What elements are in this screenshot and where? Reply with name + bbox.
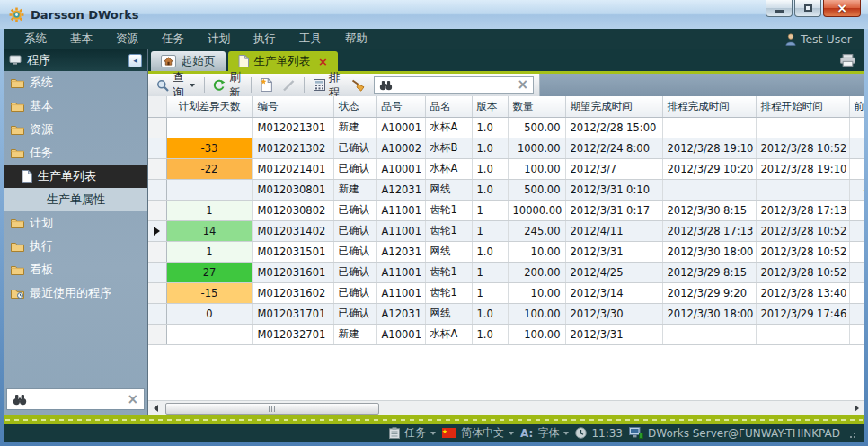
column-header-2[interactable]: 编号 — [252, 96, 333, 117]
cell-item-name[interactable]: 齿轮1 — [425, 262, 472, 282]
cell-order-no[interactable]: M012021301 — [252, 117, 333, 138]
cell-status[interactable]: 已确认 — [333, 220, 376, 241]
cell-item-name[interactable]: 齿轮1 — [425, 220, 472, 241]
user-badge[interactable]: Test User — [785, 32, 855, 46]
cell-status[interactable]: 已确认 — [333, 241, 376, 262]
cell-order-no[interactable]: M012030801 — [252, 179, 333, 200]
menu-item-7[interactable]: 工具 — [288, 29, 333, 49]
row-selector[interactable] — [148, 282, 166, 303]
edit-button-disabled[interactable] — [279, 78, 297, 93]
new-button[interactable] — [258, 77, 275, 93]
cell-status[interactable]: 已确认 — [333, 200, 376, 220]
cell-item-no[interactable]: A12031 — [376, 179, 425, 200]
cell-due-time[interactable]: 2012/3/14 — [565, 282, 662, 303]
cell-sched-start[interactable]: 2012/3/28 10:52 — [756, 241, 849, 262]
menu-item-6[interactable]: 执行 — [242, 29, 288, 49]
tab-close-icon[interactable]: × — [318, 56, 328, 67]
column-header-4[interactable]: 品号 — [376, 96, 425, 117]
cell-sched-end[interactable]: 2012/3/30 18:00 — [662, 303, 756, 324]
cell-extra[interactable] — [849, 262, 864, 282]
sidebar-item-4[interactable]: 任务 — [4, 141, 147, 165]
resize-grip[interactable] — [846, 429, 855, 438]
cell-due-time[interactable]: 2012/3/31 0:10 — [565, 179, 662, 200]
cell-quantity[interactable]: 245.00 — [508, 220, 565, 241]
cell-due-time[interactable]: 2012/2/24 8:00 — [565, 138, 662, 158]
cell-plan-diff-days[interactable]: -15 — [166, 282, 252, 303]
sidebar-collapse-button[interactable]: ◂ — [128, 54, 142, 67]
cell-item-no[interactable]: A12031 — [376, 241, 425, 262]
cell-plan-diff-days[interactable] — [166, 324, 252, 344]
cell-status[interactable]: 新建 — [333, 117, 376, 138]
cell-extra[interactable] — [849, 282, 864, 303]
row-selector[interactable] — [148, 138, 166, 158]
close-button[interactable]: × — [823, 0, 861, 17]
cell-due-time[interactable]: 2012/4/11 — [565, 220, 662, 241]
cell-order-no[interactable]: M012031601 — [252, 262, 333, 282]
cell-quantity[interactable]: 100.00 — [508, 324, 565, 344]
cell-order-no[interactable]: M012021401 — [252, 158, 333, 179]
cell-sched-start[interactable]: 2012/3/29 17:46 — [756, 303, 849, 324]
toolbar-search-clear-icon[interactable]: × — [517, 78, 528, 92]
cell-version[interactable]: 1.0 — [472, 138, 508, 158]
cell-quantity[interactable]: 100.00 — [508, 158, 565, 179]
column-header-9[interactable]: 排程完成时间 — [662, 96, 756, 117]
cell-sched-start[interactable]: 2012/3/28 10:52 — [756, 138, 849, 158]
cell-plan-diff-days[interactable]: -22 — [166, 158, 252, 179]
cell-quantity[interactable]: 100.00 — [508, 303, 565, 324]
cell-extra[interactable] — [849, 200, 864, 220]
menu-item-4[interactable]: 任务 — [150, 29, 196, 49]
cell-sched-start[interactable] — [756, 179, 849, 200]
cell-sched-end[interactable]: 2012/3/29 10:20 — [662, 158, 756, 179]
cell-quantity[interactable]: 10.00 — [508, 241, 565, 262]
cell-extra[interactable] — [849, 158, 864, 179]
cell-status[interactable]: 新建 — [333, 179, 376, 200]
row-selector[interactable] — [148, 200, 166, 220]
cell-status[interactable]: 已确认 — [333, 303, 376, 324]
cell-version[interactable]: 1.0 — [472, 179, 508, 200]
cell-order-no[interactable]: M012031602 — [252, 282, 333, 303]
cell-extra[interactable] — [849, 138, 864, 158]
cell-extra[interactable]: # — [849, 179, 864, 200]
font-menu[interactable]: A: 字体 — [520, 425, 569, 441]
cell-version[interactable]: 1 — [472, 282, 508, 303]
cell-quantity[interactable]: 1000.00 — [508, 138, 565, 158]
horizontal-scrollbar[interactable] — [148, 400, 864, 415]
cell-item-no[interactable]: A11001 — [376, 200, 425, 220]
cell-plan-diff-days[interactable] — [166, 117, 252, 138]
cell-sched-start[interactable]: 2012/3/28 19:10 — [756, 158, 849, 179]
cell-sched-end[interactable]: 2012/3/29 8:15 — [662, 262, 756, 282]
cell-version[interactable]: 1 — [472, 262, 508, 282]
sidebar-item-7[interactable]: 计划 — [4, 211, 147, 235]
menu-item-5[interactable]: 计划 — [196, 29, 242, 49]
sidebar-item-9[interactable]: 看板 — [4, 258, 147, 281]
cell-sched-start[interactable] — [756, 324, 849, 344]
task-dropdown-icon[interactable] — [430, 432, 436, 435]
cell-item-no[interactable]: A11001 — [376, 220, 425, 241]
sidebar-item-8[interactable]: 执行 — [4, 235, 147, 258]
cell-due-time[interactable]: 2012/3/31 0:17 — [565, 200, 662, 220]
cell-item-no[interactable]: A10001 — [376, 158, 425, 179]
cell-extra[interactable] — [849, 241, 864, 262]
column-header-5[interactable]: 品名 — [425, 96, 472, 117]
language-menu[interactable]: 简体中文 — [442, 425, 514, 441]
cell-status[interactable]: 已确认 — [333, 138, 376, 158]
toolbar-search-box[interactable]: × — [374, 76, 534, 94]
cell-plan-diff-days[interactable]: 27 — [166, 262, 252, 282]
cell-extra[interactable] — [849, 117, 864, 138]
cell-item-no[interactable]: A10001 — [376, 324, 425, 344]
row-selector[interactable] — [148, 303, 166, 324]
cell-quantity[interactable]: 10.00 — [508, 282, 565, 303]
cell-due-time[interactable]: 2012/4/25 — [565, 262, 662, 282]
cell-due-time[interactable]: 2012/2/28 15:00 — [565, 117, 662, 138]
column-header-3[interactable]: 状态 — [333, 96, 376, 117]
cell-plan-diff-days[interactable]: 0 — [166, 303, 252, 324]
cell-sched-start[interactable] — [756, 117, 849, 138]
cell-status[interactable]: 已确认 — [333, 282, 376, 303]
cell-due-time[interactable]: 2012/3/31 — [565, 324, 662, 344]
scroll-right-button[interactable] — [849, 401, 864, 415]
menu-item-8[interactable]: 帮助 — [333, 29, 379, 49]
language-dropdown-icon[interactable] — [509, 432, 514, 435]
sidebar-item-6[interactable]: 生产单属性 — [4, 188, 147, 211]
sidebar-search-input[interactable] — [32, 393, 121, 406]
menu-item-2[interactable]: 基本 — [58, 29, 104, 49]
